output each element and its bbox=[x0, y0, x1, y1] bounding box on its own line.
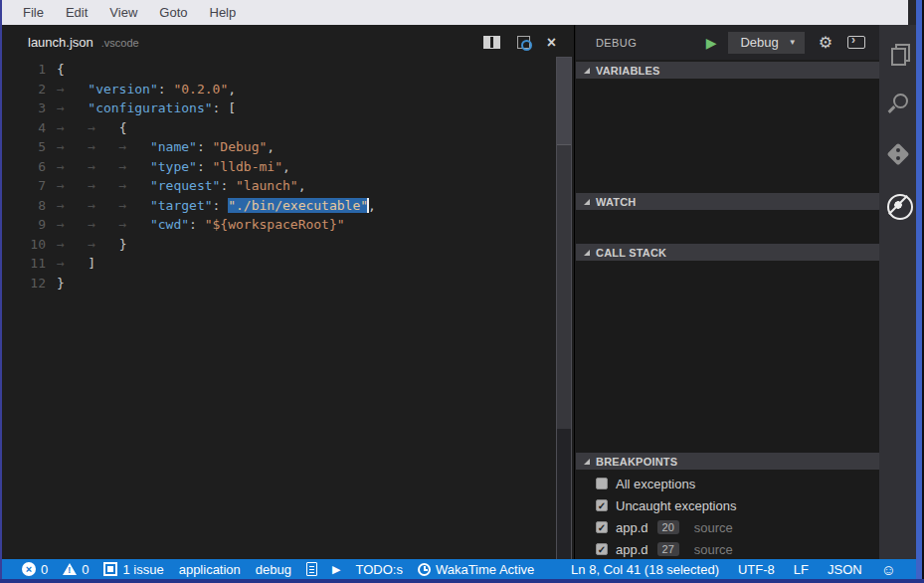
status-item-json[interactable]: JSON bbox=[828, 562, 862, 577]
line-badge: 20 bbox=[657, 520, 679, 534]
open-file-folder: .vscode bbox=[101, 37, 139, 49]
token-ws: → → → bbox=[57, 198, 150, 213]
line-number: 2 bbox=[2, 82, 46, 97]
activity-item-search[interactable] bbox=[879, 91, 916, 124]
code-text: → ] bbox=[57, 256, 95, 271]
code-line[interactable]: 12} bbox=[2, 274, 552, 293]
activity-item-files[interactable] bbox=[879, 42, 916, 76]
status-item-run[interactable] bbox=[332, 563, 340, 576]
status-bar-right: Ln 8, Col 41 (18 selected)UTF-8LFJSON bbox=[571, 561, 896, 578]
status-item-lf[interactable]: LF bbox=[794, 562, 809, 577]
section-header-watch[interactable]: WATCH bbox=[576, 193, 879, 210]
section-label: BREAKPOINTS bbox=[596, 456, 677, 468]
breakpoint-row-uncaught-exceptions[interactable]: Uncaught exceptions bbox=[576, 494, 879, 516]
split-editor-icon[interactable] bbox=[483, 36, 500, 49]
breakpoint-row-app-d-20[interactable]: app.d20source bbox=[576, 516, 879, 538]
token-key: "request" bbox=[150, 178, 220, 193]
status-item-application[interactable]: application bbox=[179, 562, 241, 577]
code-line[interactable]: 6→ → → "type": "lldb-mi", bbox=[2, 157, 552, 177]
menu-item-edit[interactable]: Edit bbox=[55, 5, 98, 20]
breakpoint-checkbox[interactable] bbox=[596, 499, 608, 511]
token-punct: : bbox=[197, 139, 213, 154]
token-punct: : bbox=[189, 217, 205, 232]
code-area[interactable]: 1{2→ "version": "0.2.0",3→ "configuratio… bbox=[2, 60, 552, 292]
code-text: → "configurations": [ bbox=[57, 100, 236, 115]
token-str: "0.2.0" bbox=[173, 82, 228, 97]
code-line[interactable]: 10→ → } bbox=[2, 235, 552, 255]
breakpoint-checkbox[interactable] bbox=[596, 521, 608, 533]
status-item-todo-s[interactable]: TODO:s bbox=[355, 562, 402, 577]
status-item-wakatime-active[interactable]: WakaTime Active bbox=[418, 562, 534, 577]
token-punct: , bbox=[368, 198, 376, 213]
warning-icon bbox=[63, 563, 77, 575]
line-number: 3 bbox=[2, 100, 46, 115]
code-line[interactable]: 7→ → → "request": "launch", bbox=[2, 176, 552, 196]
token-punct: , bbox=[298, 178, 306, 193]
code-line[interactable]: 8→ → → "target": "./bin/executable", bbox=[2, 196, 552, 216]
breakpoint-row-all-exceptions[interactable]: All exceptions bbox=[576, 473, 879, 494]
token-ws: → → bbox=[57, 237, 119, 252]
breakpoint-row-app-d-27[interactable]: app.d27source bbox=[576, 538, 879, 560]
status-bar: 001 issueapplicationdebugTODO:sWakaTime … bbox=[2, 559, 922, 579]
token-punct: : bbox=[197, 159, 213, 174]
token-punct: : bbox=[213, 198, 229, 213]
status-item-smiley[interactable] bbox=[881, 561, 896, 578]
menu-item-goto[interactable]: Goto bbox=[148, 5, 198, 20]
watch-body bbox=[576, 210, 879, 244]
status-item-ln-8-col-41-18-selected[interactable]: Ln 8, Col 41 (18 selected) bbox=[571, 562, 719, 577]
status-item-1-issue[interactable]: 1 issue bbox=[103, 562, 163, 577]
activity-item-debug-disabled[interactable] bbox=[879, 192, 916, 226]
code-text: → → { bbox=[57, 120, 126, 135]
collapse-twisty-icon bbox=[584, 459, 590, 465]
configure-gear-icon[interactable]: ⚙ bbox=[819, 35, 832, 51]
status-item-0[interactable]: 0 bbox=[22, 562, 48, 577]
token-punct: , bbox=[282, 159, 290, 174]
section-label: WATCH bbox=[596, 196, 637, 208]
scrollbar-thumb[interactable] bbox=[557, 58, 571, 145]
line-number: 1 bbox=[2, 62, 46, 77]
breakpoint-checkbox[interactable] bbox=[596, 478, 608, 489]
status-item-0[interactable]: 0 bbox=[63, 562, 89, 577]
preview-icon[interactable] bbox=[517, 36, 530, 49]
debug-console-icon[interactable] bbox=[847, 36, 865, 49]
debug-disabled-icon bbox=[885, 192, 911, 218]
debug-config-dropdown[interactable]: Debug ▼ bbox=[728, 32, 804, 54]
close-icon[interactable]: × bbox=[547, 36, 556, 49]
code-line[interactable]: 11→ ] bbox=[2, 254, 552, 274]
section-header-variables[interactable]: VARIABLES bbox=[576, 62, 879, 79]
activity-item-git[interactable] bbox=[879, 141, 916, 175]
code-text: { bbox=[57, 62, 65, 77]
token-ws: → → → bbox=[57, 217, 150, 232]
status-item-utf-8[interactable]: UTF-8 bbox=[738, 562, 775, 577]
collapse-twisty-icon bbox=[584, 199, 590, 205]
code-line[interactable]: 4→ → { bbox=[2, 118, 552, 138]
token-punct: { bbox=[57, 62, 65, 77]
code-line[interactable]: 5→ → → "name": "Debug", bbox=[2, 137, 552, 157]
status-text: WakaTime Active bbox=[436, 562, 534, 577]
menu-item-view[interactable]: View bbox=[98, 5, 148, 20]
token-ws: → bbox=[57, 82, 88, 97]
editor-scrollbar[interactable] bbox=[556, 57, 572, 572]
status-item-tasks[interactable] bbox=[306, 562, 317, 576]
status-text: 0 bbox=[41, 562, 48, 577]
breakpoint-checkbox[interactable] bbox=[596, 543, 608, 555]
code-line[interactable]: 9→ → → "cwd": "${workspaceRoot}" bbox=[2, 215, 552, 235]
open-file-name: launch.json bbox=[28, 35, 93, 50]
code-line[interactable]: 3→ "configurations": [ bbox=[2, 98, 552, 118]
collapse-twisty-icon bbox=[584, 250, 590, 256]
menu-item-help[interactable]: Help bbox=[199, 5, 248, 20]
section-header-call-stack[interactable]: CALL STACK bbox=[576, 244, 879, 261]
menu-item-file[interactable]: File bbox=[12, 5, 55, 20]
status-item-debug[interactable]: debug bbox=[256, 562, 291, 577]
start-debug-icon[interactable]: ▶ bbox=[706, 35, 717, 51]
line-number: 7 bbox=[2, 178, 46, 193]
token-key: "target" bbox=[150, 198, 213, 213]
debug-config-label: Debug bbox=[740, 35, 778, 50]
code-line[interactable]: 2→ "version": "0.2.0", bbox=[2, 80, 552, 99]
section-header-breakpoints[interactable]: BREAKPOINTS bbox=[576, 453, 879, 470]
debug-side-panel: DEBUG ▶ Debug ▼ ⚙ VARIABLES WATCH bbox=[576, 25, 879, 559]
line-number: 12 bbox=[2, 276, 46, 291]
editor-title-bar: launch.json .vscode × bbox=[2, 25, 574, 60]
code-line[interactable]: 1{ bbox=[2, 60, 552, 80]
editor-actions: × bbox=[483, 36, 556, 49]
